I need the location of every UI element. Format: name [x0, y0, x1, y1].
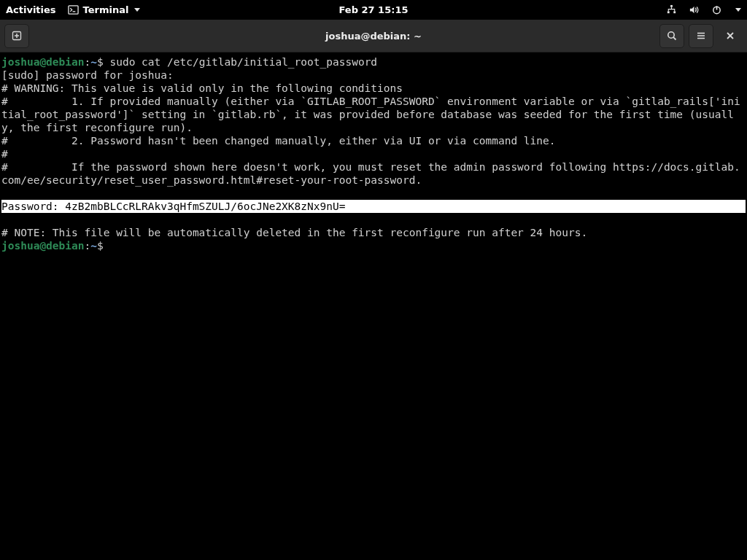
system-menu-chevron[interactable]	[734, 8, 741, 12]
prompt-dollar: $	[97, 240, 109, 252]
activities-label: Activities	[6, 4, 56, 15]
gnome-top-panel: Activities Terminal Feb 27 15:15	[0, 0, 747, 20]
svg-point-10	[668, 32, 674, 38]
svg-rect-2	[670, 5, 673, 7]
chevron-down-icon	[735, 8, 741, 12]
close-button[interactable]	[718, 24, 743, 48]
output-line: #	[1, 148, 8, 160]
output-line: # 2. Password hasn't been changed manual…	[1, 135, 556, 147]
close-icon	[725, 31, 735, 41]
svg-rect-3	[667, 11, 670, 13]
prompt-line-1: joshua@debian:~$ sudo cat /etc/gitlab/in…	[1, 56, 377, 68]
output-line: # NOTE: This file will be automatically …	[1, 227, 587, 238]
prompt-dollar: $	[97, 56, 109, 68]
network-icon	[666, 4, 677, 15]
activities-button[interactable]: Activities	[6, 4, 56, 15]
volume-icon	[689, 4, 700, 15]
prompt-path: ~	[90, 240, 97, 252]
clock-label: Feb 27 15:15	[339, 4, 409, 15]
prompt-sep: :	[85, 240, 91, 252]
new-tab-icon	[11, 30, 23, 42]
output-line: # If the password shown here doesn't wor…	[1, 161, 740, 186]
power-indicator[interactable]	[711, 4, 722, 15]
hamburger-icon	[695, 30, 707, 42]
chevron-down-icon	[134, 8, 140, 12]
output-line: # WARNING: This value is valid only in t…	[1, 82, 403, 94]
output-line: # 1. If provided manually (either via `G…	[1, 96, 740, 133]
window-titlebar: joshua@debian: ~	[0, 20, 747, 52]
prompt-userhost: joshua@debian	[1, 56, 85, 68]
menu-button[interactable]	[689, 24, 713, 48]
prompt-sep: :	[85, 56, 91, 68]
output-line: [sudo] password for joshua:	[1, 69, 174, 81]
prompt-line-2: joshua@debian:~$	[1, 240, 109, 252]
terminal-viewport[interactable]: joshua@debian:~$ sudo cat /etc/gitlab/in…	[0, 52, 747, 560]
svg-rect-0	[69, 6, 78, 14]
window-title: joshua@debian: ~	[325, 31, 422, 42]
clock[interactable]: Feb 27 15:15	[339, 4, 409, 15]
new-tab-button[interactable]	[4, 24, 29, 48]
prompt-userhost: joshua@debian	[1, 240, 85, 252]
svg-line-11	[673, 37, 676, 39]
app-menu-label: Terminal	[83, 4, 129, 15]
terminal-window: joshua@debian: ~ joshua@debian:~$ sudo c…	[0, 20, 747, 560]
search-button[interactable]	[659, 24, 684, 48]
svg-rect-4	[673, 11, 676, 13]
command-text: sudo cat /etc/gitlab/initial_root_passwo…	[109, 56, 377, 68]
network-indicator[interactable]	[666, 4, 677, 15]
volume-indicator[interactable]	[689, 4, 700, 15]
terminal-icon	[68, 4, 79, 15]
password-line: Password: 4zB2mbBLCcRLRAkv3qHfmSZULJ/6oc…	[1, 200, 746, 213]
search-icon	[666, 30, 678, 42]
power-icon	[711, 4, 722, 15]
prompt-path: ~	[90, 56, 97, 68]
app-menu[interactable]: Terminal	[68, 4, 141, 15]
